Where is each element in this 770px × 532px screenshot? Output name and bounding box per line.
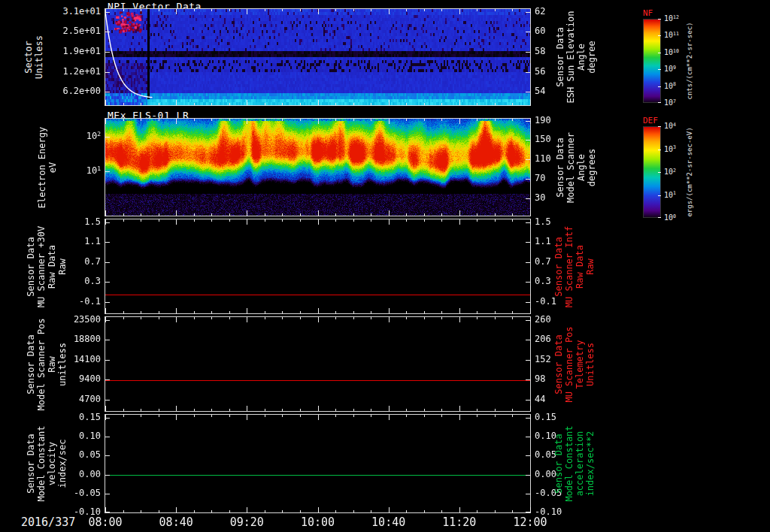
y-tick: [105, 282, 110, 283]
colorbar-tick: [658, 217, 661, 218]
y-tick: [526, 512, 530, 512]
x-tick: [335, 119, 336, 121]
x-tick: [176, 308, 177, 313]
y-tick: [526, 282, 530, 283]
x-tick: [477, 213, 477, 216]
x-tick: [282, 510, 283, 512]
x-tick: [441, 103, 442, 105]
x-tick: [530, 219, 531, 225]
x-tick: [229, 219, 230, 222]
colorbar-tick: [658, 53, 661, 53]
x-tick: [477, 317, 477, 319]
x-tick: [389, 210, 390, 216]
x-tick: [123, 119, 124, 121]
x-tick: [389, 317, 390, 322]
y-tick-label-left: 2.5e+01: [53, 26, 101, 36]
y-tick: [526, 494, 530, 494]
x-tick: [530, 9, 531, 14]
x-tick: [353, 219, 354, 222]
x-tick: [176, 210, 177, 216]
x-tick: [318, 9, 319, 14]
y-tick: [526, 198, 530, 199]
x-tick: [300, 510, 301, 512]
x-tick: [512, 311, 513, 313]
x-tick: [229, 409, 230, 411]
x-tick: [282, 415, 283, 417]
x-tick: [105, 308, 106, 313]
x-tick: [477, 409, 477, 411]
x-tick: [159, 119, 159, 121]
x-tick: [318, 415, 319, 420]
x-tick: [282, 119, 283, 121]
x-tick: [389, 9, 390, 14]
x-tick: [194, 317, 195, 319]
x-tick: [406, 415, 407, 417]
x-tick: [265, 213, 265, 216]
x-tick: [335, 510, 336, 512]
x-tick: [459, 415, 460, 420]
x-tick: [335, 311, 336, 313]
x-tick: [424, 219, 425, 222]
x-tick: [318, 100, 319, 105]
x-tick: [176, 219, 177, 225]
x-tick: [300, 103, 301, 105]
x-tick: [512, 317, 513, 319]
x-tick: [459, 317, 460, 322]
x-tick: [211, 103, 212, 105]
y-tick: [105, 92, 110, 92]
x-tick: [371, 219, 371, 222]
x-tick: [389, 119, 390, 124]
x-tick: [265, 119, 265, 121]
x-tick: [424, 119, 425, 121]
x-tick: [530, 210, 531, 216]
constant-data-line: [105, 380, 530, 381]
x-tick: [353, 317, 354, 319]
y-tick: [105, 302, 110, 303]
x-tick: [353, 415, 354, 417]
x-tick: [530, 100, 531, 105]
y-tick: [105, 222, 110, 223]
x-tick: [477, 311, 477, 313]
x-tick: [459, 210, 460, 216]
x-tick: [123, 103, 124, 105]
colorbar-tick: [658, 102, 661, 103]
panel-els: [105, 118, 531, 216]
x-tick: [141, 119, 141, 121]
x-tick: [265, 103, 265, 105]
science-plot-stack: NPI Vector Data MEx ELS-01 LR 2016/337 3…: [0, 0, 770, 532]
x-tick: [123, 9, 124, 11]
x-tick: [441, 311, 442, 313]
x-tick: [159, 415, 159, 417]
x-tick: [335, 317, 336, 319]
x-tick-label: 08:00: [81, 515, 129, 529]
x-tick: [265, 311, 265, 313]
x-tick: [495, 415, 496, 417]
x-tick: [335, 213, 336, 216]
x-tick: [406, 119, 407, 121]
def-colorbar-units-label-line: ergs/(cm**2-sr-sec-eV): [686, 37, 693, 307]
x-tick: [141, 9, 141, 11]
x-tick: [406, 409, 407, 411]
els-spectrogram-canvas: [105, 119, 530, 216]
x-tick: [512, 510, 513, 512]
x-tick-label: 12:00: [506, 515, 554, 529]
y-tick: [105, 494, 110, 494]
x-tick: [176, 119, 177, 124]
x-tick: [282, 317, 283, 319]
x-tick: [229, 311, 230, 313]
x-tick: [247, 100, 247, 105]
x-tick: [265, 9, 265, 11]
x-tick: [424, 415, 425, 417]
colorbar-tick: [658, 195, 661, 196]
panel-model-constant-left-axis-label-line: index/sec: [57, 328, 68, 532]
x-tick: [335, 219, 336, 222]
x-tick: [194, 213, 195, 216]
y-tick: [526, 140, 530, 141]
x-tick: [353, 510, 354, 512]
x-tick: [512, 103, 513, 105]
x-tick: [105, 210, 106, 216]
y-tick: [105, 512, 110, 512]
x-tick-label: 10:00: [294, 515, 342, 529]
x-tick: [123, 311, 124, 313]
x-tick: [459, 507, 460, 512]
